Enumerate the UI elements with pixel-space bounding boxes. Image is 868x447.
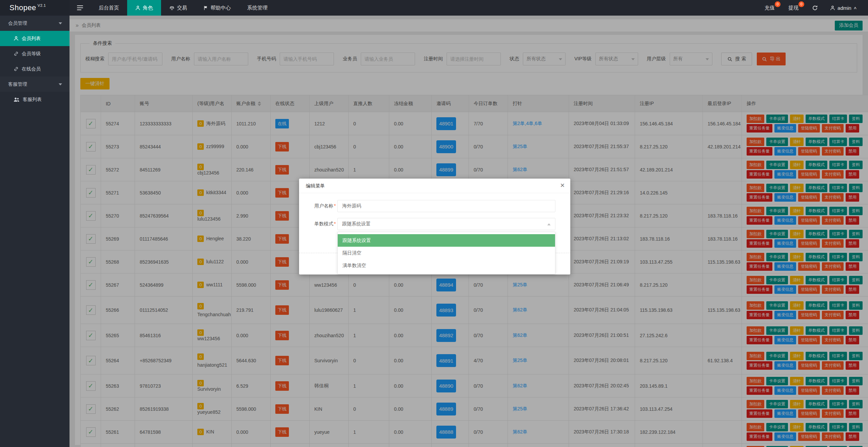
order-mode-select[interactable]: 跟随系统设置 xyxy=(337,218,555,230)
nav-item-home[interactable]: 后台首页 xyxy=(91,0,127,16)
sidebar-item-member-level[interactable]: 会员等级 xyxy=(0,46,70,61)
refresh-icon xyxy=(812,5,818,11)
chevron-down-icon xyxy=(59,83,62,85)
order-mode-field-row: 单数模式* 跟随系统设置 xyxy=(314,218,557,230)
nav-item-system[interactable]: 系统管理 xyxy=(239,0,276,16)
withdraw-badge: 0 xyxy=(798,1,804,7)
nav-item-role[interactable]: 角色 xyxy=(127,0,161,16)
app-version: V2.1 xyxy=(38,3,46,7)
nav-item-trade[interactable]: 交易 xyxy=(161,0,195,16)
recharge-link[interactable]: 充值 0 xyxy=(765,5,775,11)
sidebar-item-label: 会员列表 xyxy=(22,36,41,42)
navbar-right: 充值 0 提现 0 admin ∧ xyxy=(765,0,868,16)
nav-item-help-center[interactable]: 帮助中心 xyxy=(195,0,239,16)
username-input[interactable] xyxy=(337,200,555,212)
dropdown-option[interactable]: 满单数清空 xyxy=(338,259,555,272)
nav-item-label: 角色 xyxy=(143,5,153,11)
order-mode-field-label: 单数模式* xyxy=(314,221,337,227)
edit-menu-modal: 编辑菜单 ✕ 用户名称* 单数模式* 跟随系统设置 跟随系统设置隔日清空满单数清… xyxy=(299,179,570,275)
close-icon[interactable]: ✕ xyxy=(560,182,565,189)
modal-title: 编辑菜单 xyxy=(299,179,570,193)
username-field-label: 用户名称* xyxy=(314,203,337,209)
app-logo: ShopeeV2.1 xyxy=(0,0,70,16)
sidebar: 会员管理会员列表会员等级在线会员客服管理客服列表 xyxy=(0,16,70,447)
sidebar-item-member-list[interactable]: 会员列表 xyxy=(0,31,70,46)
sidebar-group-member-management[interactable]: 会员管理 xyxy=(0,16,70,31)
nav-item-label: 帮助中心 xyxy=(211,5,231,11)
refresh-icon[interactable] xyxy=(812,5,818,11)
person-icon xyxy=(135,5,140,11)
link-icon xyxy=(14,51,19,56)
order-mode-dropdown: 跟随系统设置隔日清空满单数清空 xyxy=(337,232,555,274)
recharge-badge: 0 xyxy=(775,1,781,7)
burger-icon xyxy=(77,5,83,10)
dropdown-option[interactable]: 隔日清空 xyxy=(338,247,555,259)
link-icon xyxy=(14,66,19,72)
top-navbar: ShopeeV2.1 后台首页角色交易帮助中心系统管理 充值 0 提现 0 ad… xyxy=(0,0,868,16)
app-logo-text: Shopee xyxy=(9,3,36,12)
menu-toggle-icon[interactable] xyxy=(70,0,91,16)
withdraw-label: 提现 xyxy=(788,5,798,11)
sidebar-item-online-members[interactable]: 在线会员 xyxy=(0,61,70,77)
user-menu[interactable]: admin ∧ xyxy=(830,5,856,11)
caret-up-icon xyxy=(547,223,551,225)
flag-icon xyxy=(203,5,208,11)
sidebar-item-label: 客服列表 xyxy=(23,97,42,103)
required-asterisk: * xyxy=(334,203,336,208)
nav-item-label: 交易 xyxy=(177,5,187,11)
scales-icon xyxy=(169,5,175,11)
recharge-label: 充值 xyxy=(765,5,775,11)
person-icon xyxy=(14,36,19,41)
order-mode-selected-value: 跟随系统设置 xyxy=(342,221,371,227)
sidebar-item-label: 在线会员 xyxy=(22,66,41,72)
nav-item-label: 后台首页 xyxy=(99,5,119,11)
chevron-down-icon xyxy=(59,22,62,24)
required-asterisk: * xyxy=(334,221,336,226)
sidebar-item-label: 会员等级 xyxy=(22,51,41,57)
user-name: admin xyxy=(837,5,851,11)
nav-item-label: 系统管理 xyxy=(247,5,268,11)
sidebar-item-service-list[interactable]: 客服列表 xyxy=(0,92,70,107)
main-nav: 后台首页角色交易帮助中心系统管理 xyxy=(91,0,276,16)
username-field-row: 用户名称* xyxy=(314,200,557,212)
people-icon xyxy=(14,97,20,102)
caret-up-icon: ∧ xyxy=(853,6,857,10)
sidebar-group-service-management[interactable]: 客服管理 xyxy=(0,77,70,92)
user-icon xyxy=(830,5,835,11)
withdraw-link[interactable]: 提现 0 xyxy=(788,5,798,11)
dropdown-option[interactable]: 跟随系统设置 xyxy=(338,234,555,247)
